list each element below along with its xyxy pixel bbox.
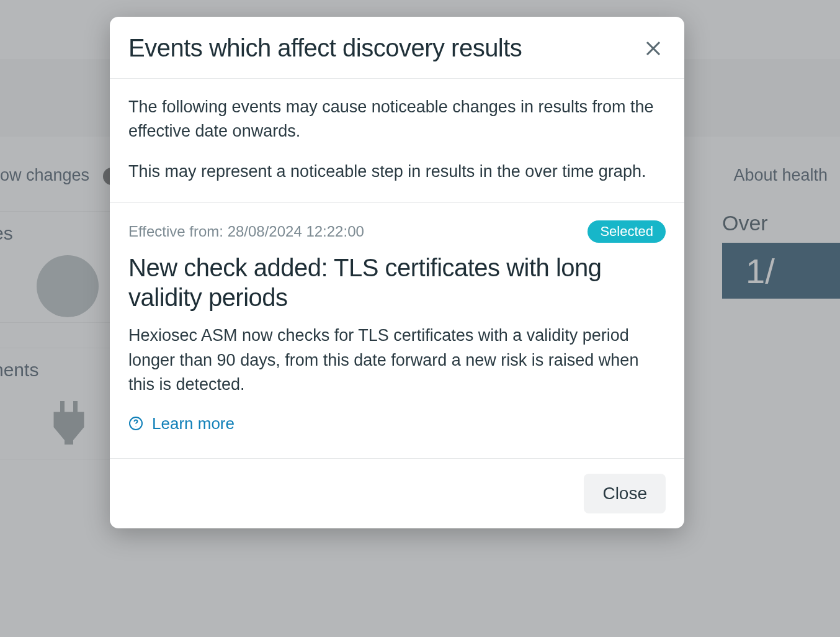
modal-header: Events which affect discovery results [110, 17, 684, 79]
modal-footer: Close [110, 458, 684, 528]
events-modal: Events which affect discovery results Th… [110, 17, 684, 528]
modal-title: Events which affect discovery results [128, 34, 522, 62]
close-button[interactable]: Close [584, 474, 666, 513]
event-title: New check added: TLS certificates with l… [128, 253, 625, 312]
event-item: Effective from: 28/08/2024 12:22:00 Sele… [110, 203, 684, 458]
event-description: Hexiosec ASM now checks for TLS certific… [128, 323, 666, 396]
event-top-row: Effective from: 28/08/2024 12:22:00 Sele… [128, 220, 666, 243]
svg-point-1 [135, 427, 136, 427]
learn-more-link[interactable]: Learn more [128, 414, 666, 433]
help-circle-icon [128, 416, 143, 431]
intro-text-2: This may represent a noticeable step in … [128, 160, 666, 184]
intro-text-1: The following events may cause noticeabl… [128, 95, 666, 143]
effective-label: Effective from: [128, 223, 223, 240]
selected-badge: Selected [588, 220, 666, 243]
modal-intro: The following events may cause noticeabl… [110, 79, 684, 203]
close-icon[interactable] [641, 36, 666, 61]
effective-from: Effective from: 28/08/2024 12:22:00 [128, 223, 364, 240]
effective-date: 28/08/2024 12:22:00 [228, 223, 364, 240]
learn-more-text: Learn more [152, 414, 235, 433]
